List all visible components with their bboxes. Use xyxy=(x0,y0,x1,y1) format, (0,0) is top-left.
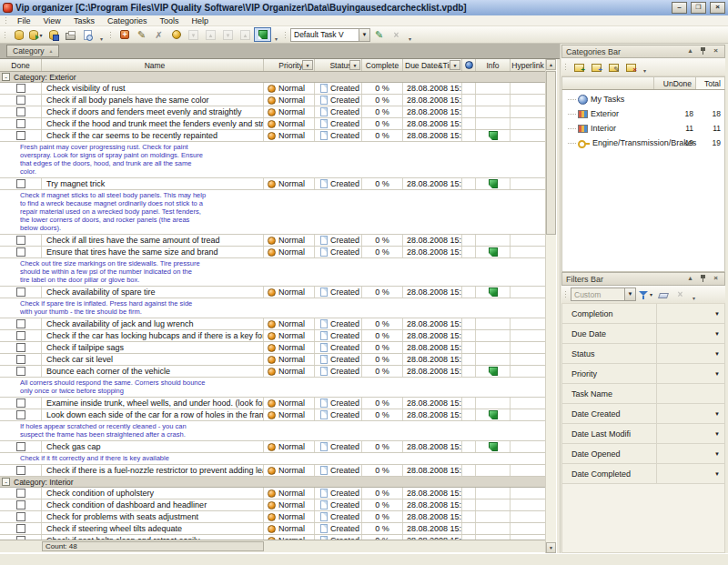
task-checkbox[interactable] xyxy=(16,119,25,128)
menu-item-categories[interactable]: Categories xyxy=(101,16,154,25)
toolbar-grip-icon[interactable] xyxy=(284,31,288,39)
priority-filter-button[interactable]: ▼ xyxy=(302,60,313,70)
column-header-undone[interactable]: UnDone xyxy=(654,77,696,89)
move-task-down-button[interactable] xyxy=(185,27,202,42)
toolbar-overflow-icon[interactable]: ▾ xyxy=(641,60,649,74)
pin-panel-button[interactable] xyxy=(698,274,708,284)
apply-filter-button[interactable]: ▾ xyxy=(636,288,654,302)
delete-task-button[interactable] xyxy=(150,27,167,42)
task-checkbox[interactable] xyxy=(16,236,25,245)
print-button[interactable] xyxy=(62,27,79,42)
add-category-button[interactable] xyxy=(571,60,588,75)
delete-category-button[interactable] xyxy=(622,60,640,75)
combo-dropdown-icon[interactable]: ▼ xyxy=(359,29,369,41)
task-row[interactable]: Look down each side of the car for a row… xyxy=(0,409,546,421)
filter-value-cell[interactable] xyxy=(657,444,710,463)
task-row[interactable]: Bounce each corner of the vehicleNormalC… xyxy=(0,366,546,378)
filter-value-cell[interactable] xyxy=(657,324,710,343)
task-checkbox[interactable] xyxy=(16,288,25,297)
grid-vertical-scrollbar[interactable]: ▲ ▼ xyxy=(545,59,556,553)
task-row[interactable]: Check if the car has locking hubcaps and… xyxy=(0,330,546,342)
task-checkbox[interactable] xyxy=(16,107,25,116)
category-item-interior[interactable]: Interior1111 xyxy=(562,121,724,136)
task-row[interactable]: Try magnet trickNormalCreated0 %28.08.20… xyxy=(0,178,546,190)
toolbar-grip-icon[interactable] xyxy=(564,290,568,298)
due-date-filter-button[interactable]: ▼ xyxy=(450,60,460,70)
new-database-button[interactable] xyxy=(10,27,27,42)
add-subcategory-button[interactable] xyxy=(588,60,605,75)
task-row[interactable]: Ensure that tires have the same size and… xyxy=(0,247,546,258)
task-checkbox[interactable] xyxy=(16,96,25,105)
filter-dropdown-button[interactable]: ▼ xyxy=(710,351,724,357)
task-row[interactable]: Check for problems with seats adjustment… xyxy=(0,511,546,523)
clear-filter-button[interactable] xyxy=(654,288,672,302)
menu-item-file[interactable]: File xyxy=(11,16,37,25)
column-header-done[interactable]: Done xyxy=(0,59,42,71)
task-checkbox[interactable] xyxy=(16,319,25,328)
delete-task-view-button[interactable] xyxy=(388,27,405,42)
category-item-exterior[interactable]: Exterior1818 xyxy=(562,106,724,121)
pin-panel-button[interactable] xyxy=(698,46,708,56)
column-header-info[interactable]: Info xyxy=(476,59,511,71)
filter-value-cell[interactable] xyxy=(657,424,710,443)
category-item-engine-transmission-brakes[interactable]: Engine/Transmission/Brakes1919 xyxy=(562,136,724,150)
edit-category-button[interactable] xyxy=(605,60,622,75)
collapse-panel-button[interactable] xyxy=(685,46,695,56)
status-filter-button[interactable]: ▼ xyxy=(349,60,360,70)
menu-item-tools[interactable]: Tools xyxy=(153,16,185,25)
close-panel-button[interactable] xyxy=(711,274,721,284)
edit-task-button[interactable] xyxy=(133,27,150,42)
filter-dropdown-button[interactable]: ▼ xyxy=(710,431,724,437)
task-row[interactable]: Check if the car seems to be recently re… xyxy=(0,130,546,142)
minimize-button[interactable] xyxy=(672,2,687,14)
filter-dropdown-button[interactable]: ▼ xyxy=(710,451,724,457)
add-task-button[interactable] xyxy=(116,27,133,42)
column-header-complete[interactable]: Complete xyxy=(362,59,403,71)
close-panel-button[interactable] xyxy=(711,46,721,56)
group-by-category-button[interactable]: Category ▲ xyxy=(6,45,59,57)
task-row[interactable]: Examine inside trunk, wheel wells, and u… xyxy=(0,398,546,409)
filter-value-cell[interactable] xyxy=(657,364,710,383)
column-header-hyperlink[interactable]: Hyperlink xyxy=(511,59,546,71)
category-item-my-tasks[interactable]: My Tasks xyxy=(562,92,724,106)
task-checkbox[interactable] xyxy=(16,524,25,533)
combo-dropdown-icon[interactable]: ▼ xyxy=(624,288,635,300)
task-checkbox[interactable] xyxy=(16,489,25,498)
column-header-name[interactable]: Name xyxy=(42,59,264,71)
task-row[interactable]: Check if tailpipe sagsNormalCreated0 %28… xyxy=(0,342,546,354)
column-header-notification[interactable] xyxy=(462,59,476,71)
column-header-total[interactable]: Total xyxy=(696,77,724,89)
task-checkbox[interactable] xyxy=(16,367,25,376)
column-header-due-date[interactable]: Due Date&Time ▼ xyxy=(403,59,462,71)
filter-value-cell[interactable] xyxy=(657,304,710,323)
scroll-up-button[interactable]: ▲ xyxy=(546,59,556,70)
scroll-down-button[interactable]: ▼ xyxy=(546,542,556,553)
task-row[interactable]: Check gas capNormalCreated0 %28.08.2008 … xyxy=(0,441,546,453)
toolbar-grip-icon[interactable] xyxy=(109,31,113,39)
task-checkbox[interactable] xyxy=(16,410,25,419)
task-checkbox[interactable] xyxy=(16,399,25,408)
task-view-combo[interactable]: Default Task V▼ xyxy=(290,28,370,42)
column-header-priority[interactable]: Priority ▼ xyxy=(264,59,315,71)
apply-task-view-button[interactable] xyxy=(370,27,388,42)
toolbar-overflow-icon[interactable]: ▾ xyxy=(97,28,106,42)
task-checkbox[interactable] xyxy=(16,500,25,510)
task-row[interactable]: Check availability of jack and lug wrenc… xyxy=(0,318,546,330)
filter-value-cell[interactable] xyxy=(657,344,710,363)
delete-filter-button[interactable] xyxy=(672,288,689,302)
task-checkbox[interactable] xyxy=(16,331,25,340)
task-checkbox[interactable] xyxy=(16,442,25,451)
task-checkbox[interactable] xyxy=(16,247,25,257)
toolbar-overflow-icon[interactable]: ▾ xyxy=(690,288,698,301)
task-row[interactable]: Check if steering wheel tilts adequateNo… xyxy=(0,523,546,535)
task-row[interactable]: Check if all tires have the same amount … xyxy=(0,235,546,247)
task-row[interactable]: Check condition of upholsteryNormalCreat… xyxy=(0,488,546,499)
toolbar-grip-icon[interactable] xyxy=(564,63,568,71)
task-checkbox[interactable] xyxy=(16,131,25,140)
task-row[interactable]: Check if all body panels have the same c… xyxy=(0,95,546,106)
filter-dropdown-button[interactable]: ▼ xyxy=(710,471,724,477)
task-row[interactable]: Check availability of spare tireNormalCr… xyxy=(0,287,546,298)
menu-item-view[interactable]: View xyxy=(37,16,67,25)
column-header-status[interactable]: Status ▼ xyxy=(315,59,362,71)
save-database-button[interactable] xyxy=(45,27,62,42)
